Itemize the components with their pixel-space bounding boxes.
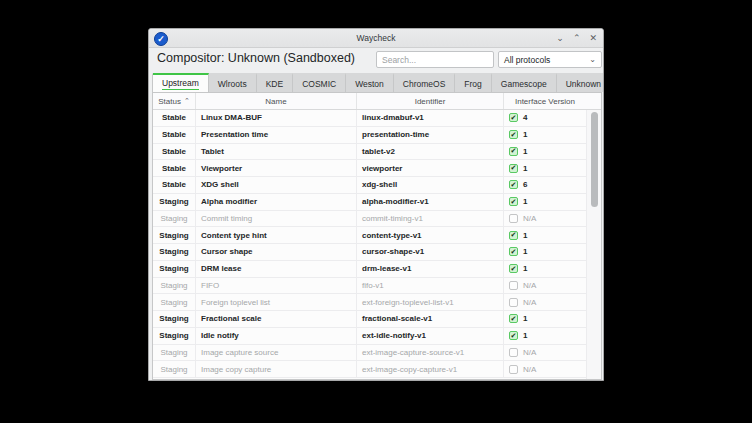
table-row[interactable]: Stable XDG shell xdg-shell ✔ 6: [153, 177, 586, 194]
table-row[interactable]: Staging Image capture source ext-image-c…: [153, 345, 586, 362]
tab-label: Upstream: [162, 78, 199, 90]
name-cell: Viewporter: [196, 160, 357, 176]
protocol-table-body: Stable Linux DMA-BUF linux-dmabuf-v1 ✔ 4…: [153, 110, 586, 379]
status-cell: Staging: [153, 328, 196, 344]
tab-label: Unknown: [566, 79, 601, 89]
column-header-interface-version[interactable]: Interface Version: [504, 93, 586, 109]
identifier-cell: linux-dmabuf-v1: [357, 110, 504, 126]
supported-checkbox: ✔: [509, 164, 518, 173]
tab-chromeos[interactable]: ChromeOS: [394, 73, 456, 92]
identifier-cell: ext-image-capture-source-v1: [357, 345, 504, 361]
table-row[interactable]: Stable Viewporter viewporter ✔ 1: [153, 160, 586, 177]
supported-checkbox: ✔: [509, 331, 518, 340]
table-row[interactable]: Staging Foreign toplevel list ext-foreig…: [153, 294, 586, 311]
table-row[interactable]: Stable Presentation time presentation-ti…: [153, 127, 586, 144]
tab-frog[interactable]: Frog: [455, 73, 491, 92]
status-cell: Staging: [153, 244, 196, 260]
supported-checkbox: ✔: [509, 231, 518, 240]
tab-weston[interactable]: Weston: [346, 73, 394, 92]
close-button[interactable]: ✕: [589, 29, 597, 48]
table-header-row: Status ⌃ Name Identifier Interface Versi…: [153, 93, 601, 110]
version-value: 1: [523, 147, 527, 156]
supported-checkbox: ✔: [509, 130, 518, 139]
column-header-identifier[interactable]: Identifier: [357, 93, 504, 109]
status-cell: Stable: [153, 160, 196, 176]
name-cell: Tablet: [196, 144, 357, 160]
version-value: 1: [523, 314, 527, 323]
name-cell: FIFO: [196, 278, 357, 294]
name-cell: Commit timing: [196, 211, 357, 227]
interface-version-cell: ✔ 1: [504, 160, 586, 176]
identifier-cell: commit-timing-v1: [357, 211, 504, 227]
protocol-filter-dropdown[interactable]: All protocols ⌄: [498, 51, 602, 68]
version-value: 1: [523, 264, 527, 273]
waycheck-window: ✓ Waycheck ⌄ ⌃ ✕ Compositor: Unknown (Sa…: [148, 28, 604, 381]
table-row[interactable]: Stable Tablet tablet-v2 ✔ 1: [153, 144, 586, 161]
interface-version-cell: N/A: [504, 361, 586, 377]
table-row[interactable]: Staging Fractional scale fractional-scal…: [153, 311, 586, 328]
version-value: 1: [523, 231, 527, 240]
supported-checkbox: [509, 365, 518, 374]
table-scrollbar[interactable]: [586, 110, 601, 379]
status-cell: Stable: [153, 177, 196, 193]
tab-gamescope[interactable]: Gamescope: [492, 73, 557, 92]
table-row[interactable]: Stable Linux DMA-BUF linux-dmabuf-v1 ✔ 4: [153, 110, 586, 127]
minimize-button[interactable]: ⌄: [556, 29, 564, 48]
name-cell: Presentation time: [196, 127, 357, 143]
scrollbar-thumb[interactable]: [591, 112, 598, 207]
supported-checkbox: ✔: [509, 264, 518, 273]
tab-bar: Upstream Wlroots KDE COSMIC Weston Chrom…: [152, 73, 600, 92]
maximize-button[interactable]: ⌃: [573, 29, 581, 48]
titlebar[interactable]: ✓ Waycheck ⌄ ⌃ ✕: [149, 29, 603, 48]
tab-label: Weston: [355, 79, 384, 89]
identifier-cell: tablet-v2: [357, 144, 504, 160]
tab-unknown[interactable]: Unknown: [557, 73, 604, 92]
identifier-cell: xdg-shell: [357, 177, 504, 193]
desktop-background: ✓ Waycheck ⌄ ⌃ ✕ Compositor: Unknown (Sa…: [0, 0, 752, 423]
version-value: 1: [523, 130, 527, 139]
tab-wlroots[interactable]: Wlroots: [209, 73, 257, 92]
version-value: N/A: [523, 281, 536, 290]
supported-checkbox: ✔: [509, 197, 518, 206]
interface-version-cell: N/A: [504, 211, 586, 227]
version-value: 6: [523, 180, 527, 189]
tab-upstream[interactable]: Upstream: [153, 73, 209, 92]
status-cell: Staging: [153, 361, 196, 377]
identifier-cell: fifo-v1: [357, 278, 504, 294]
interface-version-cell: ✔ 1: [504, 194, 586, 210]
version-value: 1: [523, 331, 527, 340]
search-input[interactable]: [376, 51, 494, 68]
identifier-cell: ext-idle-notify-v1: [357, 328, 504, 344]
name-cell: DRM lease: [196, 261, 357, 277]
tab-label: COSMIC: [302, 79, 336, 89]
toolbar: Compositor: Unknown (Sandboxed) All prot…: [149, 48, 603, 73]
name-cell: Foreign toplevel list: [196, 294, 357, 310]
identifier-cell: drm-lease-v1: [357, 261, 504, 277]
table-row[interactable]: Staging FIFO fifo-v1 N/A: [153, 278, 586, 295]
status-cell: Staging: [153, 227, 196, 243]
tab-cosmic[interactable]: COSMIC: [293, 73, 346, 92]
status-cell: Stable: [153, 110, 196, 126]
table-row[interactable]: Staging Commit timing commit-timing-v1 N…: [153, 211, 586, 228]
status-cell: Staging: [153, 345, 196, 361]
table-row[interactable]: Staging Image copy capture ext-image-cop…: [153, 361, 586, 378]
name-cell: Cursor shape: [196, 244, 357, 260]
tab-label: ChromeOS: [403, 79, 446, 89]
table-row[interactable]: Staging Cursor shape cursor-shape-v1 ✔ 1: [153, 244, 586, 261]
name-cell: Image capture source: [196, 345, 357, 361]
interface-version-cell: ✔ 1: [504, 244, 586, 260]
name-cell: Idle notify: [196, 328, 357, 344]
name-cell: XDG shell: [196, 177, 357, 193]
status-cell: Stable: [153, 144, 196, 160]
table-row[interactable]: Staging DRM lease drm-lease-v1 ✔ 1: [153, 261, 586, 278]
column-header-status[interactable]: Status ⌃: [153, 93, 196, 109]
table-row[interactable]: Staging Content type hint content-type-v…: [153, 227, 586, 244]
name-cell: Image copy capture: [196, 361, 357, 377]
supported-checkbox: [509, 348, 518, 357]
table-row[interactable]: Staging Alpha modifier alpha-modifier-v1…: [153, 194, 586, 211]
column-header-name[interactable]: Name: [196, 93, 357, 109]
table-row[interactable]: Staging Idle notify ext-idle-notify-v1 ✔…: [153, 328, 586, 345]
name-cell: Alpha modifier: [196, 194, 357, 210]
tab-kde[interactable]: KDE: [257, 73, 293, 92]
status-cell: Staging: [153, 311, 196, 327]
